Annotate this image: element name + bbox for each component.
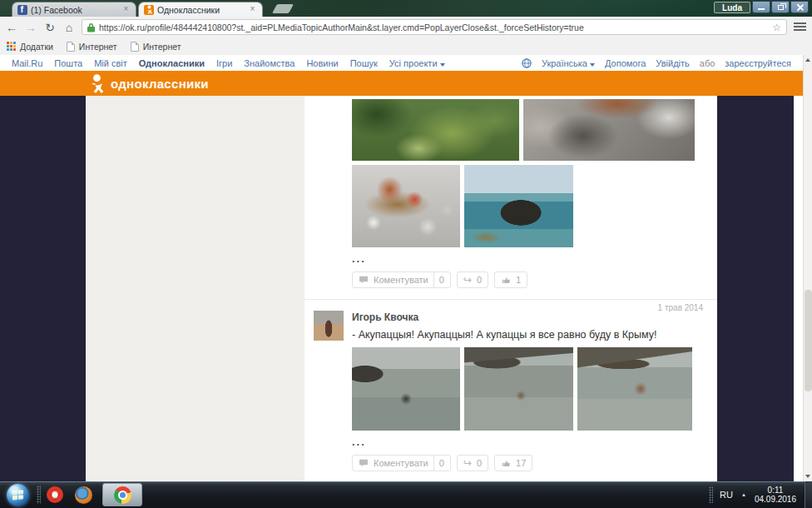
share-count: 0 bbox=[477, 458, 482, 468]
refresh-icon[interactable]: ↻ bbox=[43, 21, 57, 34]
show-desktop-button[interactable] bbox=[805, 481, 812, 508]
nav-dating[interactable]: Знайомства bbox=[244, 58, 295, 68]
close-icon bbox=[796, 3, 804, 11]
tab-strip: (1) Facebook Одноклассники Luda bbox=[0, 0, 812, 17]
scroll-down-icon[interactable] bbox=[804, 471, 812, 481]
desktop-wallpaper: (1) Facebook Одноклассники Luda ← → bbox=[0, 0, 812, 508]
restore-button[interactable] bbox=[771, 1, 790, 13]
bookmark-label: Интернет bbox=[79, 42, 117, 52]
vertical-scrollbar[interactable] bbox=[803, 55, 812, 481]
start-button[interactable] bbox=[7, 484, 29, 506]
system-tray: RU ▲ 0:11 04.09.2016 bbox=[709, 481, 812, 508]
close-button[interactable] bbox=[790, 1, 809, 13]
minimize-button[interactable] bbox=[752, 1, 770, 13]
hidden-icons-arrow[interactable]: ▲ bbox=[741, 492, 746, 497]
register-link[interactable]: зареєструйтеся bbox=[725, 58, 791, 68]
post-author[interactable]: Игорь Квочка bbox=[352, 311, 695, 323]
nav-my-world[interactable]: Мій світ bbox=[94, 58, 127, 68]
page-viewport: Mail.Ru Пошта Мій світ Однокласники Ігри… bbox=[0, 55, 812, 481]
photo-swimmer-2[interactable] bbox=[464, 347, 573, 431]
nav-odnoklassniki[interactable]: Однокласники bbox=[139, 58, 205, 68]
scrollbar-thumb[interactable] bbox=[805, 290, 812, 392]
chrome-icon bbox=[114, 486, 131, 504]
taskbar-opera-button[interactable] bbox=[41, 481, 69, 508]
apps-shortcut[interactable]: Додатки bbox=[7, 42, 53, 52]
nav-mail[interactable]: Пошта bbox=[54, 58, 82, 68]
scroll-up-icon[interactable] bbox=[804, 55, 812, 65]
close-tab-icon[interactable] bbox=[121, 5, 131, 14]
chevron-down-icon bbox=[440, 63, 445, 67]
photo-food-on-pebbles[interactable] bbox=[352, 165, 460, 247]
like-button[interactable]: 17 bbox=[494, 455, 532, 471]
photo-sea-swimmers[interactable] bbox=[577, 165, 692, 247]
like-count: 17 bbox=[516, 458, 526, 468]
comment-count: 0 bbox=[439, 458, 444, 468]
ok-logo[interactable]: одноклассники bbox=[90, 73, 209, 93]
post1-more-button[interactable]: ... bbox=[352, 255, 695, 263]
post1-photo-row1 bbox=[352, 99, 695, 161]
nav-all-projects[interactable]: Усі проекти bbox=[389, 58, 445, 68]
post2-more-button[interactable]: ... bbox=[352, 438, 695, 446]
nav-mailru[interactable]: Mail.Ru bbox=[12, 58, 42, 68]
language-indicator[interactable]: RU bbox=[720, 490, 733, 500]
nav-search[interactable]: Пошук bbox=[350, 58, 378, 68]
nav-news[interactable]: Новини bbox=[306, 58, 338, 68]
bookmark-star-icon[interactable]: ☆ bbox=[772, 22, 781, 33]
chrome-profile-button[interactable]: Luda bbox=[714, 2, 750, 13]
bookmark-label: Додатки bbox=[20, 42, 53, 52]
photo-swimmer-3[interactable] bbox=[577, 347, 692, 431]
post2-actions: Коментувати 0 ↪ 0 17 bbox=[352, 455, 695, 471]
layer-side-panel bbox=[86, 96, 304, 481]
taskbar-clock[interactable]: 0:11 04.09.2016 bbox=[755, 486, 796, 505]
new-tab-button[interactable] bbox=[272, 4, 294, 13]
share-count: 0 bbox=[477, 275, 482, 285]
forward-icon[interactable]: → bbox=[24, 21, 37, 34]
globe-icon bbox=[522, 58, 532, 68]
home-icon[interactable]: ⌂ bbox=[62, 21, 76, 34]
photo-sea-rock[interactable] bbox=[464, 165, 573, 247]
post1-actions: Коментувати 0 ↪ 0 1 bbox=[352, 271, 695, 288]
windows-logo-icon bbox=[12, 490, 23, 500]
language-selector[interactable]: Українська bbox=[542, 58, 595, 68]
thumbs-up-icon bbox=[501, 459, 511, 468]
feed-panel: ... Коментувати 0 ↪ 0 bbox=[304, 96, 717, 481]
opera-icon bbox=[47, 486, 63, 503]
minimize-icon bbox=[758, 8, 765, 10]
comment-count: 0 bbox=[439, 275, 444, 285]
comment-button[interactable]: Коментувати 0 bbox=[352, 455, 451, 471]
bookmark-item[interactable]: Интернет bbox=[67, 42, 117, 52]
facebook-icon bbox=[17, 5, 27, 15]
photo-swimmer-1[interactable] bbox=[352, 347, 460, 431]
photo-barbecue[interactable] bbox=[523, 99, 695, 161]
taskbar: RU ▲ 0:11 04.09.2016 bbox=[0, 481, 812, 508]
share-button[interactable]: ↪ 0 bbox=[457, 455, 488, 471]
bookmarks-bar: Додатки Интернет Интернет bbox=[0, 37, 812, 55]
avatar[interactable] bbox=[314, 311, 344, 341]
address-bar[interactable]: https://ok.ru/profile/484442410800?st._a… bbox=[82, 19, 787, 35]
content-overlay: ... Коментувати 0 ↪ 0 bbox=[0, 96, 794, 481]
nav-games[interactable]: Ігри bbox=[216, 58, 232, 68]
login-link[interactable]: Увійдіть bbox=[656, 58, 689, 68]
page-icon bbox=[67, 42, 75, 52]
comment-button[interactable]: Коментувати 0 bbox=[352, 271, 451, 288]
post1-photo-row2 bbox=[352, 165, 695, 247]
close-tab-icon[interactable] bbox=[248, 5, 257, 14]
bookmark-item[interactable]: Интернет bbox=[131, 42, 181, 52]
post-date: 1 трав 2014 bbox=[658, 303, 703, 312]
thumbs-up-icon bbox=[501, 276, 511, 285]
taskbar-chrome-button-active[interactable] bbox=[102, 483, 142, 506]
help-link[interactable]: Допомога bbox=[605, 58, 646, 68]
comment-bubble-icon bbox=[359, 276, 369, 284]
divider bbox=[433, 456, 434, 471]
ok-favicon-icon bbox=[144, 5, 154, 15]
taskbar-firefox-button[interactable] bbox=[69, 481, 97, 508]
chrome-menu-icon[interactable] bbox=[793, 22, 807, 32]
share-button[interactable]: ↪ 0 bbox=[457, 271, 488, 288]
like-button[interactable]: 1 bbox=[494, 271, 527, 288]
chevron-down-icon bbox=[590, 63, 595, 67]
tab-odnoklassniki[interactable]: Одноклассники bbox=[138, 2, 263, 17]
photo-forest[interactable] bbox=[352, 99, 519, 161]
https-lock-icon bbox=[87, 22, 95, 32]
back-icon[interactable]: ← bbox=[5, 21, 18, 34]
tab-facebook[interactable]: (1) Facebook bbox=[12, 2, 136, 17]
